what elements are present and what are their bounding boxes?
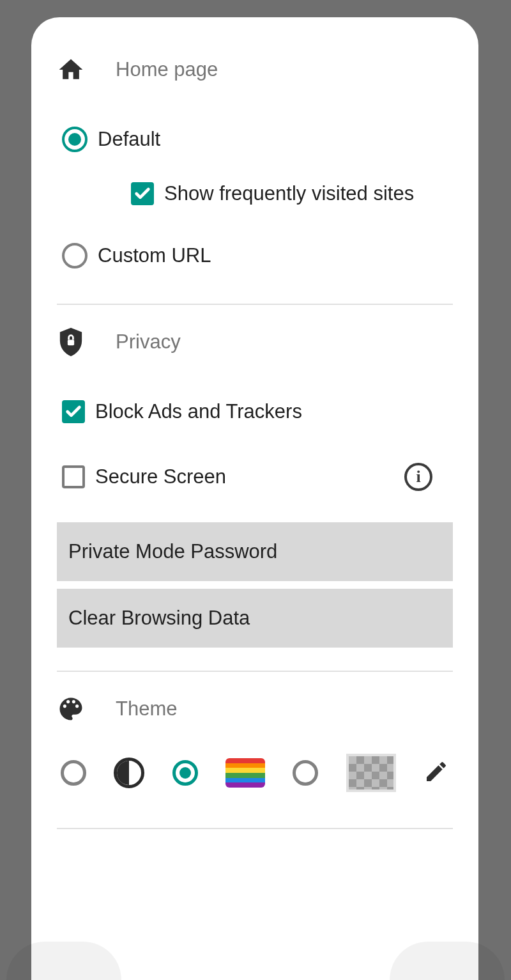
theme-option-rainbow[interactable] bbox=[225, 758, 265, 788]
private-mode-password-label: Private Mode Password bbox=[68, 540, 277, 563]
clear-browsing-data-label: Clear Browsing Data bbox=[68, 607, 250, 629]
section-header-homepage: Home page bbox=[57, 56, 453, 84]
checkbox-block-ads-label: Block Ads and Trackers bbox=[95, 400, 302, 423]
section-header-theme: Theme bbox=[57, 695, 453, 723]
palette-icon bbox=[57, 695, 85, 723]
section-privacy: Privacy Block Ads and Trackers Secure Sc… bbox=[31, 328, 478, 648]
settings-panel: Home page Default Show frequently visite… bbox=[31, 17, 478, 980]
section-header-privacy: Privacy bbox=[57, 328, 453, 356]
checkbox-block-ads[interactable] bbox=[62, 400, 85, 423]
section-theme: Theme bbox=[31, 695, 478, 792]
radio-custom-url-label: Custom URL bbox=[98, 244, 211, 267]
nav-pill-left bbox=[6, 942, 121, 980]
theme-option-extra[interactable] bbox=[293, 760, 318, 786]
section-homepage: Home page Default Show frequently visite… bbox=[31, 56, 478, 281]
checkbox-option-block-ads[interactable]: Block Ads and Trackers bbox=[62, 387, 448, 437]
theme-option-accent[interactable] bbox=[172, 760, 198, 786]
edit-icon[interactable] bbox=[423, 759, 449, 787]
svg-rect-0 bbox=[68, 340, 74, 346]
checkbox-show-frequent[interactable] bbox=[131, 182, 154, 205]
theme-option-dark[interactable] bbox=[114, 758, 144, 788]
clear-browsing-data-button[interactable]: Clear Browsing Data bbox=[57, 589, 453, 648]
checkbox-show-frequent-label: Show frequently visited sites bbox=[164, 182, 414, 205]
radio-option-custom-url[interactable]: Custom URL bbox=[62, 231, 448, 281]
section-title-privacy: Privacy bbox=[116, 331, 181, 354]
theme-options-row bbox=[57, 754, 453, 792]
home-icon bbox=[57, 56, 85, 84]
private-mode-password-button[interactable]: Private Mode Password bbox=[57, 522, 453, 581]
checkbox-secure-screen[interactable] bbox=[62, 465, 85, 488]
info-icon[interactable]: i bbox=[404, 463, 432, 491]
divider bbox=[57, 304, 453, 305]
checkbox-option-secure-screen[interactable]: Secure Screen i bbox=[62, 452, 448, 502]
divider bbox=[57, 671, 453, 672]
theme-option-transparent[interactable] bbox=[346, 754, 396, 792]
section-title-theme: Theme bbox=[116, 697, 177, 720]
section-title-homepage: Home page bbox=[116, 58, 218, 81]
checkbox-option-show-frequent[interactable]: Show frequently visited sites bbox=[131, 182, 448, 205]
radio-option-default[interactable]: Default bbox=[62, 114, 448, 164]
nav-pill-right bbox=[390, 942, 505, 980]
shield-lock-icon bbox=[57, 328, 85, 356]
radio-custom-url[interactable] bbox=[62, 243, 88, 268]
theme-option-light[interactable] bbox=[61, 760, 86, 786]
checkbox-secure-screen-label: Secure Screen bbox=[95, 465, 226, 488]
radio-default-label: Default bbox=[98, 128, 160, 151]
radio-default[interactable] bbox=[62, 127, 88, 152]
divider bbox=[57, 828, 453, 829]
